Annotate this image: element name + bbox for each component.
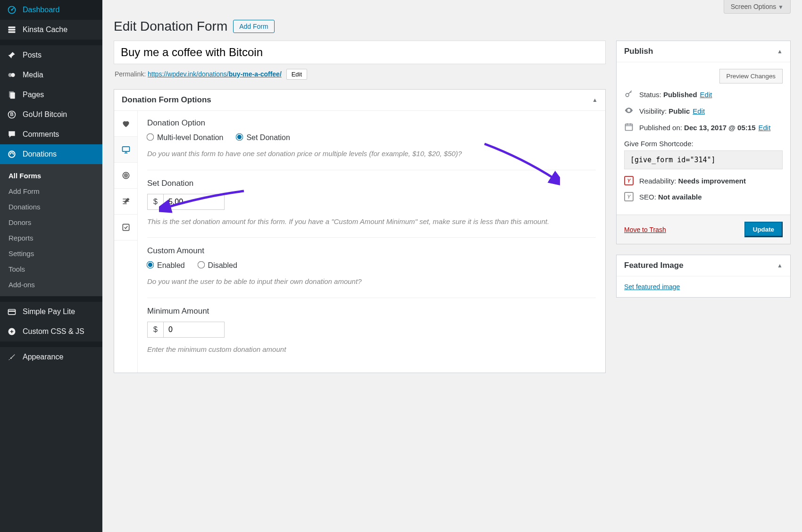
submenu-tools[interactable]: Tools <box>0 261 102 277</box>
sidebar-item-donations[interactable]: Donations <box>0 144 102 164</box>
sidebar-item-custom-css-js[interactable]: Custom CSS & JS <box>0 322 102 341</box>
svg-text:B: B <box>10 112 13 117</box>
main-content: Screen Options ▼ Edit Donation Form Add … <box>102 0 802 532</box>
set-donation-label: Set Donation <box>147 179 596 188</box>
edit-status-link[interactable]: Edit <box>700 91 712 99</box>
shortcode-input[interactable] <box>624 150 783 169</box>
sidebar-separator <box>0 296 102 302</box>
screen-options-tab[interactable]: Screen Options ▼ <box>724 0 791 14</box>
set-donation-input[interactable] <box>163 194 225 210</box>
currency-prefix: $ <box>147 194 163 210</box>
submenu-donations[interactable]: Donations <box>0 199 102 215</box>
sidebar-item-comments[interactable]: Comments <box>0 125 102 144</box>
submenu-addons[interactable]: Add-ons <box>0 277 102 292</box>
sidebar-label: GoUrl Bitcoin <box>23 110 67 119</box>
metabox-title: Donation Form Options <box>122 95 211 105</box>
submenu-add-form[interactable]: Add Form <box>0 183 102 199</box>
tab-form-display[interactable] <box>114 137 137 163</box>
minimum-amount-input[interactable] <box>163 322 225 338</box>
update-button[interactable]: Update <box>744 222 783 237</box>
currency-prefix: $ <box>147 322 163 338</box>
svg-rect-13 <box>8 311 16 312</box>
sidebar-item-media[interactable]: Media <box>0 65 102 85</box>
radio-multi-level[interactable]: Multi-level Donation <box>147 133 224 141</box>
post-title-input[interactable] <box>114 41 606 64</box>
tab-terms[interactable] <box>114 215 137 241</box>
shortcode-label: Give Form Shortcode: <box>624 140 783 148</box>
custom-amount-desc: Do you want the user to be able to input… <box>147 276 596 287</box>
card-icon <box>7 307 17 317</box>
sidebar-item-posts[interactable]: Posts <box>0 45 102 65</box>
svg-rect-3 <box>8 29 16 30</box>
donation-option-desc: Do you want this form to have one set do… <box>147 149 596 159</box>
brush-icon <box>7 352 17 362</box>
sidebar-item-kinsta-cache[interactable]: Kinsta Cache <box>0 20 102 40</box>
chevron-up-icon: ▲ <box>592 97 598 103</box>
tab-form-content[interactable] <box>114 189 137 215</box>
edit-visibility-link[interactable]: Edit <box>693 107 705 115</box>
sidebar-separator <box>0 341 102 347</box>
submenu-reports[interactable]: Reports <box>0 230 102 246</box>
pin-icon <box>7 50 17 60</box>
sidebar-item-gourl-bitcoin[interactable]: B GoUrl Bitcoin <box>0 105 102 125</box>
sidebar-label: Posts <box>23 51 42 59</box>
yoast-seo-icon: Y <box>624 192 634 201</box>
key-icon <box>624 89 635 100</box>
chevron-up-icon: ▲ <box>777 48 783 55</box>
sidebar-label: Custom CSS & JS <box>23 327 84 336</box>
metabox-toggle[interactable]: Featured Image ▲ <box>617 255 790 276</box>
svg-point-20 <box>626 93 629 97</box>
add-form-button[interactable]: Add Form <box>233 20 274 33</box>
pages-icon <box>7 90 17 100</box>
metabox-toggle[interactable]: Donation Form Options ▲ <box>114 90 605 111</box>
permalink-link[interactable]: https://wpdev.ink/donations/buy-me-a-cof… <box>148 70 282 78</box>
permalink-label: Permalink: <box>115 70 146 78</box>
submenu-donors[interactable]: Donors <box>0 215 102 230</box>
media-icon <box>7 70 17 80</box>
sidebar-label: Donations <box>23 150 57 158</box>
sidebar-item-simple-pay[interactable]: Simple Pay Lite <box>0 302 102 322</box>
give-icon <box>7 149 17 159</box>
comment-icon <box>7 129 17 140</box>
svg-point-6 <box>11 73 15 77</box>
tab-donation-options[interactable] <box>114 111 137 137</box>
sidebar-item-appearance[interactable]: Appearance <box>0 347 102 367</box>
edit-date-link[interactable]: Edit <box>758 124 770 132</box>
move-to-trash-link[interactable]: Move to Trash <box>624 226 666 233</box>
cache-icon <box>7 25 17 35</box>
submenu-settings[interactable]: Settings <box>0 246 102 261</box>
metabox-toggle[interactable]: Publish ▲ <box>617 41 790 62</box>
featured-image-heading: Featured Image <box>624 261 684 270</box>
admin-sidebar: Dashboard Kinsta Cache Posts Media Pages… <box>0 0 102 532</box>
form-option-tabs <box>114 111 138 373</box>
svg-rect-21 <box>626 124 633 130</box>
submenu-all-forms[interactable]: All Forms <box>0 168 102 183</box>
edit-permalink-button[interactable]: Edit <box>286 69 307 80</box>
svg-rect-8 <box>10 92 15 99</box>
chevron-down-icon: ▼ <box>778 4 784 10</box>
radio-custom-disabled[interactable]: Disabled <box>198 261 237 269</box>
sidebar-submenu: All Forms Add Form Donations Donors Repo… <box>0 164 102 296</box>
page-title: Edit Donation Form <box>114 19 227 34</box>
sidebar-label: Kinsta Cache <box>23 25 67 34</box>
minimum-amount-desc: Enter the minimum custom donation amount <box>147 344 596 355</box>
sidebar-label: Comments <box>23 130 59 139</box>
sidebar-label: Appearance <box>23 353 63 361</box>
tab-donation-goal[interactable] <box>114 163 137 189</box>
radio-custom-enabled[interactable]: Enabled <box>147 261 185 269</box>
sidebar-item-pages[interactable]: Pages <box>0 85 102 105</box>
sidebar-label: Dashboard <box>23 6 59 14</box>
set-featured-image-link[interactable]: Set featured image <box>624 283 680 291</box>
svg-rect-12 <box>8 309 16 315</box>
preview-changes-button[interactable]: Preview Changes <box>719 69 783 83</box>
sidebar-label: Simple Pay Lite <box>23 308 75 316</box>
svg-rect-2 <box>8 26 16 28</box>
sidebar-label: Pages <box>23 91 44 99</box>
svg-point-18 <box>125 175 126 176</box>
plus-icon <box>7 326 17 337</box>
sidebar-separator <box>0 40 102 45</box>
sidebar-label: Media <box>23 71 43 79</box>
radio-set-donation[interactable]: Set Donation <box>236 133 290 141</box>
svg-rect-15 <box>122 147 129 151</box>
sidebar-item-dashboard[interactable]: Dashboard <box>0 0 102 20</box>
